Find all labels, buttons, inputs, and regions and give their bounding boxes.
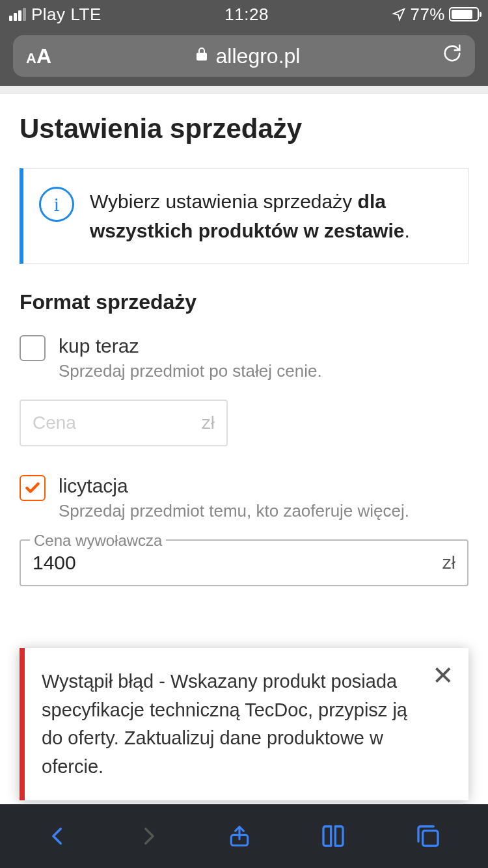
option-auction-desc: Sprzedaj przedmiot temu, kto zaoferuje w… — [59, 501, 409, 521]
back-button[interactable] — [47, 823, 69, 849]
separator — [0, 86, 488, 94]
network-label: LTE — [71, 5, 102, 25]
browser-nav — [0, 804, 488, 868]
price-field[interactable]: zł — [20, 400, 228, 446]
section-title: Format sprzedaży — [20, 290, 468, 314]
status-bar: Play LTE 11:28 77% — [0, 0, 488, 29]
info-box: i Wybierz ustawienia sprzedaży dla wszys… — [20, 168, 468, 264]
battery-icon — [449, 7, 479, 21]
close-icon[interactable]: ✕ — [432, 662, 454, 688]
option-buy-now[interactable]: kup teraz Sprzedaj przedmiot po stałej c… — [20, 335, 468, 381]
forward-button[interactable] — [137, 823, 159, 849]
signal-icon — [9, 8, 26, 21]
info-prefix: Wybierz ustawienia sprzedaży — [90, 191, 358, 212]
status-right: 77% — [392, 5, 479, 25]
page-title: Ustawienia sprzedaży — [20, 113, 468, 144]
clock: 11:28 — [224, 5, 269, 25]
option-buy-now-label: kup teraz — [59, 335, 322, 357]
carrier-label: Play — [31, 5, 66, 25]
info-text: Wybierz ustawienia sprzedaży dla wszystk… — [90, 187, 448, 245]
bookmarks-button[interactable] — [319, 823, 347, 849]
error-toast: Wystąpił błąd - Wskazany produkt posiada… — [20, 648, 468, 800]
url-bar[interactable]: AA allegro.pl — [13, 35, 475, 77]
share-button[interactable] — [227, 822, 252, 850]
option-buy-now-desc: Sprzedaj przedmiot po stałej cenie. — [59, 361, 322, 381]
svg-rect-1 — [422, 831, 437, 846]
start-price-suffix: zł — [442, 552, 455, 573]
price-input[interactable] — [33, 413, 202, 433]
location-icon — [392, 7, 406, 21]
option-auction[interactable]: licytacja Sprzedaj przedmiot temu, kto z… — [20, 475, 468, 521]
info-icon: i — [39, 187, 74, 222]
tabs-button[interactable] — [415, 823, 441, 849]
info-suffix: . — [404, 220, 409, 241]
option-auction-label: licytacja — [59, 475, 409, 497]
page-content: Ustawienia sprzedaży i Wybierz ustawieni… — [0, 86, 488, 804]
error-toast-text: Wystąpił błąd - Wskazany produkt posiada… — [42, 668, 423, 781]
checkbox-auction[interactable] — [20, 475, 46, 501]
browser-chrome: AA allegro.pl — [0, 29, 488, 86]
start-price-field[interactable]: Cena wywoławcza zł — [20, 539, 468, 586]
lock-icon — [194, 46, 210, 66]
price-suffix: zł — [202, 413, 215, 433]
reload-button[interactable] — [442, 44, 462, 68]
url-center: allegro.pl — [194, 44, 301, 68]
status-left: Play LTE — [9, 5, 102, 25]
url-domain: allegro.pl — [216, 44, 301, 68]
text-size-button[interactable]: AA — [26, 44, 51, 68]
battery-percent: 77% — [410, 5, 445, 25]
start-price-label: Cena wywoławcza — [30, 532, 166, 550]
checkbox-buy-now[interactable] — [20, 335, 46, 361]
start-price-input[interactable] — [33, 552, 442, 574]
